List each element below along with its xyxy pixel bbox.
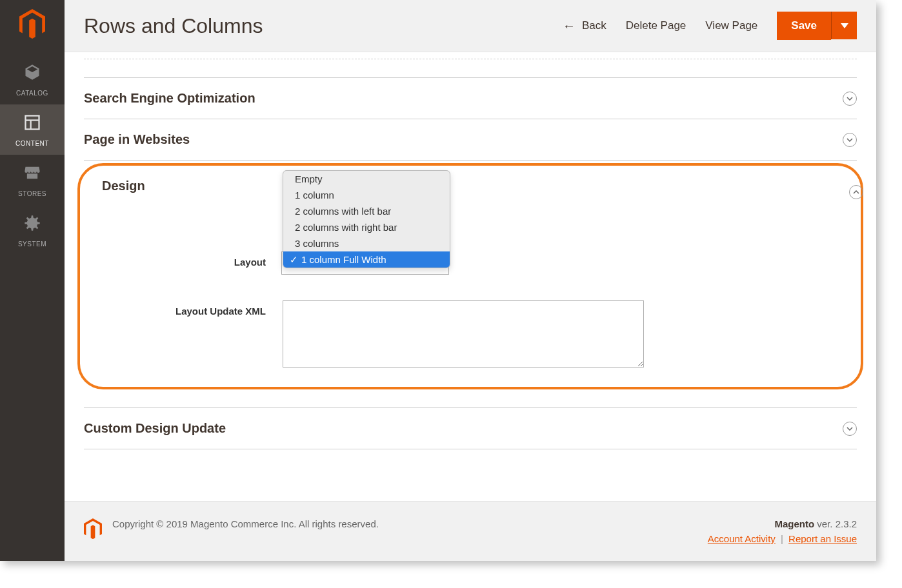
page-header: Rows and Columns ← Back Delete Page View… (65, 0, 876, 52)
chevron-down-icon (843, 133, 857, 147)
arrow-left-icon: ← (563, 19, 576, 34)
layout-option[interactable]: 2 columns with left bar (283, 203, 450, 219)
layout-option[interactable]: 1 column (283, 187, 450, 203)
sidebar-item-system[interactable]: SYSTEM (0, 205, 65, 255)
save-button[interactable]: Save (777, 12, 831, 40)
copyright-text: Copyright © 2019 Magento Commerce Inc. A… (112, 518, 708, 529)
content-area: Search Engine Optimization Page in Websi… (65, 52, 876, 501)
design-section-highlight: Design Layout Empty 1 column 2 columns w… (77, 163, 863, 389)
view-page-button[interactable]: View Page (705, 19, 757, 32)
layout-label: Layout (102, 251, 283, 268)
section-design[interactable]: Design (102, 179, 839, 206)
gear-icon (23, 214, 41, 237)
sidebar-item-label: CONTENT (15, 140, 49, 147)
layout-option[interactable]: 3 columns (283, 235, 450, 251)
sidebar-item-label: STORES (18, 190, 46, 197)
chevron-down-icon (843, 422, 857, 436)
layout-dropdown-panel: Empty 1 column 2 columns with left bar 2… (283, 170, 450, 268)
layout-select[interactable]: Empty 1 column 2 columns with left bar 2… (283, 251, 449, 275)
section-seo[interactable]: Search Engine Optimization (84, 77, 857, 119)
layout-xml-label: Layout Update XML (102, 300, 283, 317)
sidebar-item-stores[interactable]: STORES (0, 155, 65, 205)
sidebar-item-content[interactable]: CONTENT (0, 104, 65, 155)
account-activity-link[interactable]: Account Activity (708, 533, 776, 544)
layout-option[interactable]: 2 columns with right bar (283, 219, 450, 235)
chevron-down-icon (843, 92, 857, 106)
sidebar-item-label: SYSTEM (18, 240, 46, 248)
back-button[interactable]: ← Back (563, 19, 606, 34)
layout-icon (23, 113, 41, 136)
admin-sidebar: CATALOG CONTENT STORES SYSTEM (0, 0, 65, 561)
section-page-websites[interactable]: Page in Websites (84, 119, 857, 160)
layout-option[interactable]: Empty (283, 171, 450, 187)
delete-page-button[interactable]: Delete Page (626, 19, 687, 32)
save-dropdown-toggle[interactable] (831, 12, 857, 39)
svg-rect-0 (26, 116, 39, 130)
main-area: Rows and Columns ← Back Delete Page View… (65, 0, 876, 561)
sidebar-item-catalog[interactable]: CATALOG (0, 54, 65, 104)
chevron-up-icon (849, 185, 863, 199)
sidebar-item-label: CATALOG (16, 90, 48, 97)
chevron-down-icon (841, 23, 848, 28)
cube-icon (23, 63, 41, 86)
magento-logo-icon (19, 9, 45, 39)
store-icon (23, 164, 41, 186)
layout-option-selected[interactable]: 1 column Full Width (283, 251, 450, 268)
magento-logo-icon (84, 518, 102, 539)
page-footer: Copyright © 2019 Magento Commerce Inc. A… (65, 501, 876, 561)
section-custom-design[interactable]: Custom Design Update (84, 407, 857, 449)
version-text: Magento ver. 2.3.2 (708, 518, 857, 529)
page-title: Rows and Columns (84, 14, 563, 38)
layout-xml-textarea[interactable] (283, 300, 644, 368)
report-issue-link[interactable]: Report an Issue (788, 533, 857, 544)
